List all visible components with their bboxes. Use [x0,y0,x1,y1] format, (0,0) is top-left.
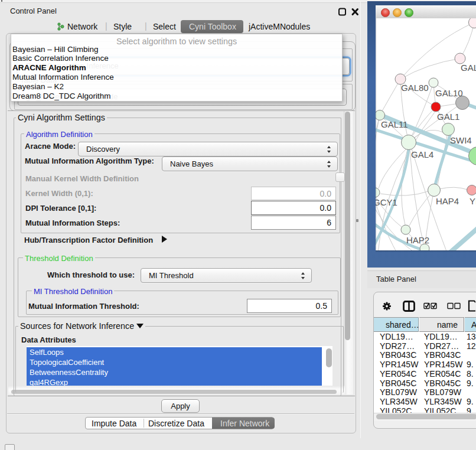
svg-text:GAL4: GAL4 [411,149,433,159]
svg-text:GAL11: GAL11 [381,119,408,129]
svg-text:HAP2: HAP2 [406,235,429,245]
svg-text:SWI4: SWI4 [450,135,472,145]
svg-text:YP: YP [470,196,476,206]
svg-text:GCY1: GCY1 [376,197,397,207]
svg-text:GAL10: GAL10 [435,88,463,98]
svg-text:GAL7: GAL7 [461,63,476,73]
svg-text:GAL80: GAL80 [401,83,429,93]
svg-text:GAL1: GAL1 [437,112,459,122]
svg-text:HAP4: HAP4 [436,196,459,206]
